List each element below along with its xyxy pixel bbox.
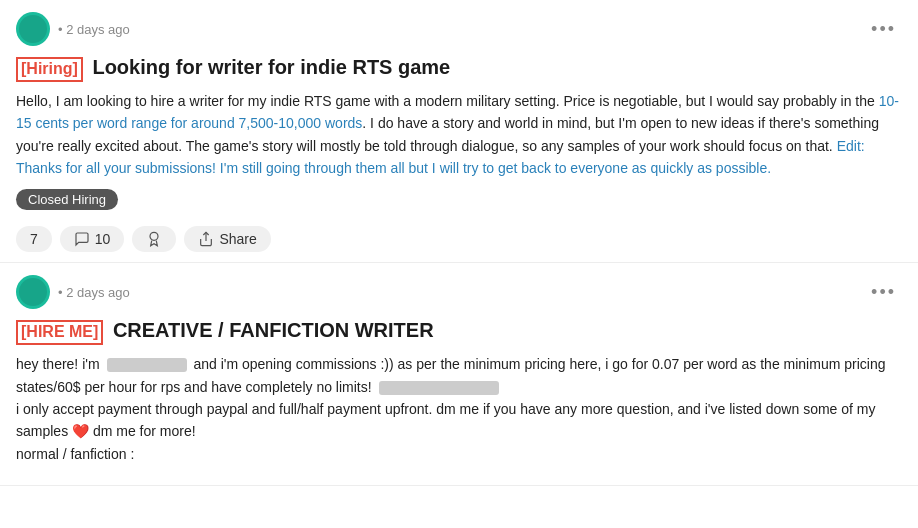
post-2-title: [HIRE ME] CREATIVE / FANFICTION WRITER <box>16 317 902 345</box>
post-1-actions: 7 10 Share <box>16 226 902 252</box>
post-1-header: • 2 days ago ••• <box>16 12 902 46</box>
post-2: • 2 days ago ••• [HIRE ME] CREATIVE / FA… <box>0 263 918 486</box>
more-button-1[interactable]: ••• <box>865 17 902 42</box>
post-1-body: Hello, I am looking to hire a writer for… <box>16 90 902 180</box>
post-2-tag: [HIRE ME] <box>16 320 103 345</box>
post-1-tag: [Hiring] <box>16 57 83 82</box>
blurred-username-1 <box>107 358 187 372</box>
avatar-2 <box>16 275 50 309</box>
award-icon-1 <box>146 231 162 247</box>
upvote-button-1[interactable]: 7 <box>16 226 52 252</box>
award-button-1[interactable] <box>132 226 176 252</box>
blurred-username-2 <box>379 381 499 395</box>
share-button-1[interactable]: Share <box>184 226 270 252</box>
post-1-time: • 2 days ago <box>58 22 130 37</box>
comment-icon-1 <box>74 231 90 247</box>
svg-point-0 <box>150 233 158 241</box>
post-2-body: hey there! i'm and i'm opening commissio… <box>16 353 902 465</box>
post-2-header: • 2 days ago ••• <box>16 275 902 309</box>
share-icon-1 <box>198 231 214 247</box>
post-1: • 2 days ago ••• [Hiring] Looking for wr… <box>0 0 918 263</box>
avatar-1 <box>16 12 50 46</box>
heart-icon: ❤️ <box>72 423 93 439</box>
post-1-title: [Hiring] Looking for writer for indie RT… <box>16 54 902 82</box>
closed-badge: Closed Hiring <box>16 189 902 220</box>
avatar-inner-2 <box>19 278 47 306</box>
comment-button-1[interactable]: 10 <box>60 226 125 252</box>
avatar-inner-1 <box>19 15 47 43</box>
post-2-time: • 2 days ago <box>58 285 130 300</box>
more-button-2[interactable]: ••• <box>865 280 902 305</box>
